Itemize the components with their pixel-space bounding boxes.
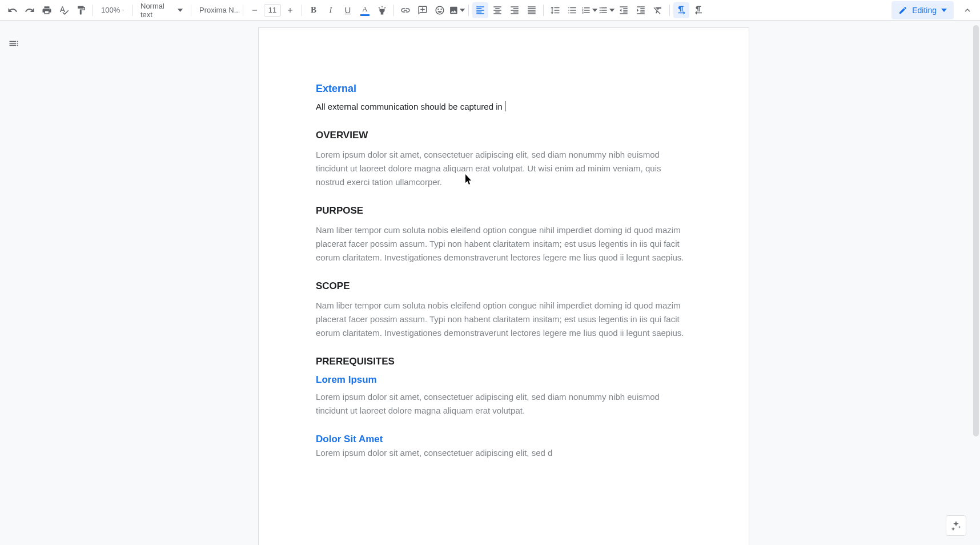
insert-image-button[interactable]	[449, 2, 465, 18]
clear-format-icon	[653, 5, 663, 15]
text-color-bar	[360, 14, 369, 16]
chevron-down-icon	[460, 9, 465, 12]
plus-icon	[286, 6, 294, 14]
numbered-list-icon	[581, 5, 591, 15]
body-dolor[interactable]: Lorem ipsum dolor sit amet, consectetuer…	[316, 446, 692, 460]
chevron-up-icon	[962, 5, 973, 15]
spellcheck-icon	[59, 5, 69, 15]
font-size-group	[247, 2, 298, 18]
main-area: External All external communication shou…	[0, 21, 980, 545]
align-justify-button[interactable]	[524, 2, 540, 18]
explore-button[interactable]	[946, 515, 966, 536]
separator	[132, 5, 132, 16]
zoom-select[interactable]: 100%	[97, 2, 128, 18]
body-overview[interactable]: Lorem ipsum dolor sit amet, consectetuer…	[316, 148, 692, 189]
insert-emoji-button[interactable]	[432, 2, 448, 18]
align-right-icon	[509, 5, 520, 15]
paragraph-style-value: Normal text	[140, 2, 175, 19]
chevron-down-icon	[122, 9, 124, 12]
text-cursor	[505, 101, 505, 111]
subheading-lorem[interactable]: Lorem Ipsum	[316, 374, 692, 386]
line-spacing-button[interactable]	[547, 2, 563, 18]
undo-button[interactable]	[5, 2, 21, 18]
link-icon	[400, 5, 411, 15]
bulleted-list-button[interactable]	[599, 2, 614, 18]
body-purpose[interactable]: Nam liber tempor cum soluta nobis eleife…	[316, 223, 692, 265]
body-scope[interactable]: Nam liber tempor cum soluta nobis eleife…	[316, 299, 692, 340]
numbered-list-button[interactable]	[581, 2, 597, 18]
decrease-indent-button[interactable]	[616, 2, 632, 18]
separator	[468, 5, 469, 16]
subheading-dolor[interactable]: Dolor Sit Amet	[316, 434, 692, 445]
bold-button[interactable]: B	[306, 2, 322, 18]
image-icon	[449, 5, 459, 15]
minus-icon	[251, 6, 259, 14]
separator	[543, 5, 544, 16]
outline-icon	[8, 38, 19, 49]
font-family-select[interactable]: Proxima N...	[195, 2, 239, 18]
heading-scope[interactable]: SCOPE	[316, 280, 692, 292]
decrease-font-size-button[interactable]	[247, 2, 263, 18]
heading-prerequisites[interactable]: PREREQUISITES	[316, 356, 692, 367]
rtl-button[interactable]	[690, 2, 706, 18]
heading-overview[interactable]: OVERVIEW	[316, 130, 692, 141]
align-justify-icon	[527, 5, 537, 15]
print-icon	[42, 5, 52, 15]
body-external[interactable]: All external communication should be cap…	[316, 101, 692, 114]
scrollbar-track[interactable]	[972, 21, 980, 545]
document-page[interactable]: External All external communication shou…	[258, 27, 749, 545]
redo-button[interactable]	[22, 2, 38, 18]
undo-icon	[7, 5, 18, 15]
increase-font-size-button[interactable]	[282, 2, 298, 18]
zoom-value: 100%	[101, 6, 120, 14]
editing-mode-label: Editing	[912, 6, 937, 15]
insert-link-button[interactable]	[397, 2, 413, 18]
underline-button[interactable]: U	[340, 2, 356, 18]
show-outline-button[interactable]	[5, 34, 23, 53]
print-button[interactable]	[39, 2, 55, 18]
align-right-button[interactable]	[507, 2, 523, 18]
bulleted-list-icon	[599, 5, 608, 15]
chevron-down-icon	[178, 9, 183, 12]
increase-indent-button[interactable]	[633, 2, 649, 18]
align-left-button[interactable]	[472, 2, 488, 18]
checklist-button[interactable]	[564, 2, 580, 18]
rtl-icon	[693, 5, 704, 15]
highlight-color-button[interactable]	[374, 2, 390, 18]
chevron-down-icon	[609, 9, 614, 12]
clear-formatting-button[interactable]	[650, 2, 666, 18]
heading-purpose[interactable]: PURPOSE	[316, 205, 692, 217]
spellcheck-button[interactable]	[56, 2, 72, 18]
emoji-icon	[435, 5, 445, 15]
pencil-icon	[898, 6, 907, 15]
increase-indent-icon	[636, 5, 646, 15]
separator	[669, 5, 670, 16]
checklist-icon	[567, 5, 577, 15]
heading-external[interactable]: External	[316, 83, 692, 95]
separator	[93, 5, 93, 16]
text-color-letter: A	[362, 5, 367, 14]
ltr-icon	[676, 5, 686, 15]
font-family-value: Proxima N...	[199, 6, 239, 14]
italic-button[interactable]: I	[323, 2, 339, 18]
ltr-button[interactable]	[673, 2, 689, 18]
paint-format-button[interactable]	[73, 2, 89, 18]
chevron-down-icon	[941, 9, 947, 12]
hide-menus-button[interactable]	[959, 2, 975, 18]
text-color-button[interactable]: A	[357, 2, 373, 18]
align-center-button[interactable]	[489, 2, 505, 18]
add-comment-button[interactable]	[415, 2, 431, 18]
body-lorem[interactable]: Lorem ipsum dolor sit amet, consectetuer…	[316, 390, 692, 418]
scrollbar-thumb[interactable]	[973, 25, 979, 436]
separator	[302, 5, 302, 16]
canvas-area[interactable]: External All external communication shou…	[27, 21, 980, 545]
decrease-indent-icon	[618, 5, 629, 15]
separator	[393, 5, 394, 16]
left-sidebar	[0, 21, 27, 545]
font-size-input[interactable]	[264, 4, 281, 17]
paragraph-style-select[interactable]: Normal text	[136, 2, 187, 18]
separator	[191, 5, 191, 16]
editing-mode-button[interactable]: Editing	[891, 1, 954, 19]
highlighter-icon	[377, 5, 387, 15]
align-center-icon	[492, 5, 503, 15]
